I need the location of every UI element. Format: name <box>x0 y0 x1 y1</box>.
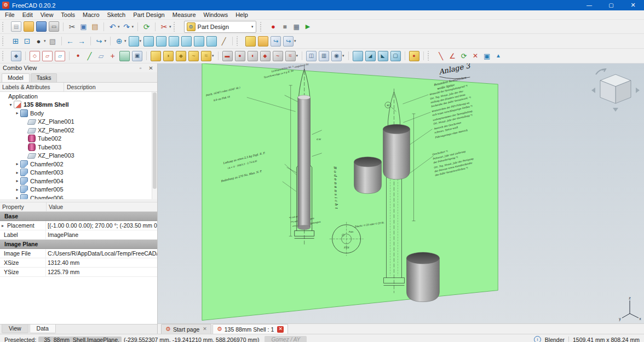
property-group-image-plane[interactable]: Image Plane <box>0 240 157 249</box>
close-icon[interactable]: ✕ <box>147 65 154 71</box>
macro-edit-button[interactable]: ▦ <box>291 21 302 32</box>
tab-tasks[interactable]: Tasks <box>31 73 58 82</box>
linked-view-button[interactable]: ↪▾ <box>94 36 107 47</box>
pad-button[interactable] <box>150 50 162 62</box>
tree-item-tube002[interactable]: Tube002 <box>0 135 157 143</box>
close-tab-icon[interactable]: ✕ <box>203 327 207 332</box>
make-link-button[interactable]: ↪ <box>270 36 281 47</box>
boolean-button[interactable]: ● <box>409 50 420 62</box>
view-front-button[interactable] <box>143 36 154 47</box>
expand-arrow[interactable]: ▸ <box>14 111 20 115</box>
measure-angular-button[interactable]: ∠ <box>447 50 458 62</box>
expand-arrow[interactable]: ▸ <box>14 161 20 166</box>
measure-linear-button[interactable]: ╲ <box>436 50 446 62</box>
property-ysize[interactable]: YSize 1225.79 mm <box>0 268 157 277</box>
polar-pattern-button[interactable]: ◉▾ <box>331 50 345 62</box>
measure-refresh-button[interactable]: ⟳ <box>459 50 469 62</box>
macro-execute-button[interactable]: ▶ <box>303 21 313 32</box>
create-sketch-button[interactable]: ◇ <box>29 50 41 62</box>
nav-back-button[interactable]: ← <box>65 36 76 47</box>
print-button[interactable]: ▭ <box>48 21 60 32</box>
view-axonometric-button[interactable]: ▾ <box>128 36 142 47</box>
tree-item-xz-plane003[interactable]: XZ_Plane003 <box>0 152 157 160</box>
menu-file[interactable]: File <box>1 11 19 19</box>
view-left-button[interactable] <box>206 36 217 47</box>
subtractive-pipe-button[interactable]: ~ <box>272 50 284 62</box>
nav-arrow-right[interactable] <box>636 88 640 93</box>
open-file-button[interactable] <box>23 21 34 32</box>
datum-line-button[interactable]: ╱ <box>84 50 95 62</box>
tab-model[interactable]: Model <box>2 73 30 82</box>
expand-arrow[interactable]: ▸ <box>14 178 20 183</box>
groove-button[interactable]: ◖ <box>247 50 258 62</box>
pocket-button[interactable]: ▬ <box>222 50 233 62</box>
navigation-style[interactable]: Blender <box>545 337 565 342</box>
tree-item-chamfer004[interactable]: ▸ Chamfer004 <box>0 177 157 186</box>
macro-record-button[interactable]: ● <box>268 21 279 32</box>
tree-item-tube003[interactable]: Tube003 <box>0 143 157 152</box>
create-body-button[interactable]: ◆ <box>10 50 22 62</box>
expand-arrow[interactable]: ▸ <box>14 170 20 175</box>
tree-item-body[interactable]: ▸ Body <box>0 109 157 118</box>
3d-viewport[interactable]: Anlage 3 Besondere Kennzeichen weiße Spi… <box>158 63 644 323</box>
linear-pattern-button[interactable]: ▥ <box>318 50 330 62</box>
menu-measure[interactable]: Measure <box>169 11 200 19</box>
tree-item-chamfer006[interactable]: ▸ Chamfer006 <box>0 194 157 199</box>
menu-windows[interactable]: Windows <box>200 11 232 19</box>
maximize-button[interactable]: ▢ <box>600 0 622 10</box>
hole-button[interactable]: ● <box>234 50 246 62</box>
close-tab-icon[interactable]: ✕ <box>277 326 284 333</box>
property-value[interactable]: 1312.40 mm <box>46 259 157 266</box>
edit-sketch-button[interactable]: ▱ <box>42 50 53 62</box>
revolution-button[interactable]: ◗ <box>163 50 174 62</box>
link-actions-button[interactable]: ↪▾ <box>283 36 297 47</box>
property-label[interactable]: Label ImagePlane <box>0 230 157 240</box>
tree-column-labels[interactable]: Labels & Attributes <box>0 83 64 91</box>
property-value[interactable]: [(-1.00 0.00 0.00); 270.00 °; (-203.50 m… <box>46 222 157 229</box>
nav-forward-button[interactable]: → <box>77 36 87 47</box>
additive-loft-button[interactable]: ◆ <box>175 50 187 62</box>
tab-data[interactable]: Data <box>30 324 56 333</box>
measure-toggle-3d-button[interactable]: ▣ <box>482 50 492 62</box>
menu-edit[interactable]: Edit <box>19 11 37 19</box>
property-xsize[interactable]: XSize 1312.40 mm <box>0 258 157 268</box>
chamfer-button[interactable]: ◢ <box>365 50 376 62</box>
property-value[interactable]: C:/Users/R/AppData/Local/Temp/FreeCAD/Ca… <box>46 250 157 257</box>
draft-button[interactable]: ◣ <box>377 50 389 62</box>
view-right-button[interactable] <box>168 36 180 47</box>
menu-sketch[interactable]: Sketch <box>104 11 130 19</box>
paste-button[interactable]: ▤ <box>90 21 100 32</box>
create-group-button[interactable] <box>257 36 269 47</box>
tree-scrollbar[interactable] <box>152 92 157 199</box>
datum-point-button[interactable]: • <box>73 50 83 62</box>
create-part-button[interactable] <box>245 36 256 47</box>
tab-135-88mm-shell[interactable]: ⚙ 135 88mm Shell : 1 ✕ <box>212 324 288 334</box>
fillet-button[interactable] <box>352 50 364 62</box>
menu-view[interactable]: View <box>37 11 58 19</box>
cad-tube-c[interactable] <box>406 252 439 302</box>
map-sketch-button[interactable]: ▱ <box>54 50 66 62</box>
redo-button[interactable]: ↷▾ <box>122 21 135 32</box>
tree-item-chamfer005[interactable]: ▸ Chamfer005 <box>0 186 157 194</box>
draw-style-button[interactable]: ●▾ <box>33 36 47 47</box>
thickness-button[interactable]: ▢ <box>390 50 401 62</box>
shape-binder-button[interactable] <box>119 50 130 62</box>
clone-button[interactable]: ▣ <box>131 50 143 62</box>
property-placement[interactable]: ▸Placement [(-1.00 0.00 0.00); 270.00 °;… <box>0 221 157 230</box>
expand-arrow[interactable]: ▸ <box>14 195 20 199</box>
box-selection-button[interactable]: ✂▾ <box>159 21 172 32</box>
copy-button[interactable]: ▣ <box>78 21 89 32</box>
close-button[interactable]: ✕ <box>622 0 644 10</box>
measure-toggle-delta-button[interactable]: ▲ <box>493 50 504 62</box>
refresh-button[interactable]: ⟳ <box>141 21 152 32</box>
rotate-left-arrow[interactable] <box>596 69 606 74</box>
mirrored-button[interactable]: ◫ <box>306 50 317 62</box>
minimize-button[interactable]: — <box>578 0 600 10</box>
nav-arrow-left[interactable] <box>591 88 595 93</box>
menu-help[interactable]: Help <box>232 11 252 19</box>
tab-start-page[interactable]: ⚙ Start page ✕ <box>161 324 211 334</box>
fit-selection-button[interactable]: ⊡ <box>22 36 32 47</box>
zoom-button[interactable]: ⊕▾ <box>114 36 127 47</box>
tree-column-description[interactable]: Description <box>64 84 157 90</box>
3d-scene[interactable]: Anlage 3 Besondere Kennzeichen weiße Spi… <box>158 63 644 323</box>
